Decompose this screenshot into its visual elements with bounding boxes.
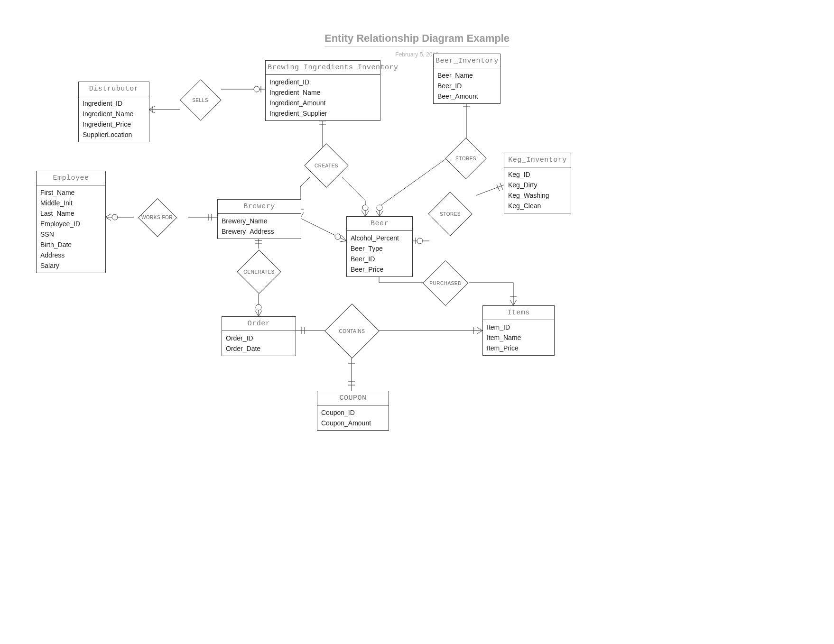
entity-attrs: Ingredient_ID Ingredient_Name Ingredient… [79, 96, 149, 142]
svg-line-16 [497, 184, 500, 191]
rel-label: SELLS [192, 98, 208, 103]
attr: Ingredient_Name [269, 87, 376, 98]
attr: Alcohol_Percent [351, 233, 408, 243]
svg-point-21 [112, 214, 118, 220]
attr: SSN [40, 229, 102, 239]
attr: Beer_ID [437, 81, 496, 91]
attr: Keg_Dirty [508, 180, 567, 190]
entity-coupon: COUPON Coupon_ID Coupon_Amount [317, 391, 389, 431]
entity-attrs: Coupon_ID Coupon_Amount [317, 405, 389, 430]
entity-order: Order Order_ID Order_Date [222, 316, 296, 356]
entity-header: Brewery [218, 200, 301, 214]
entity-header: Brewing_Ingredients_Inventory [266, 61, 380, 75]
rel-label: PURCHASED [429, 281, 461, 286]
entity-attrs: Brewery_Name Brewery_Address [218, 214, 301, 239]
entity-header: COUPON [317, 391, 389, 405]
entity-keg-inventory: Keg_Inventory Keg_ID Keg_Dirty Keg_Washi… [504, 153, 571, 213]
attr: Item_Name [487, 332, 550, 343]
svg-point-13 [377, 205, 382, 211]
attr: SupplierLocation [83, 129, 145, 140]
attr: Keg_Washing [508, 190, 567, 201]
entity-employee: Employee First_Name Middle_Init Last_Nam… [36, 171, 106, 273]
attr: Ingredient_Supplier [269, 108, 376, 119]
attr: Beer_Price [351, 264, 408, 275]
entity-header: Keg_Inventory [504, 153, 571, 167]
attr: Keg_Clean [508, 201, 567, 211]
entity-header: Beer_Inventory [434, 54, 500, 68]
svg-line-25 [300, 218, 346, 241]
attr: Last_Name [40, 208, 102, 219]
entity-header: Beer [347, 217, 412, 231]
attr: Item_ID [487, 322, 550, 332]
attr: Birth_Date [40, 239, 102, 250]
diagram-title: Entity Relationship Diagram Example [324, 32, 510, 45]
diagram-date: February 5, 2019 [395, 51, 438, 58]
entity-attrs: Order_ID Order_Date [222, 331, 296, 356]
attr: Item_Price [487, 343, 550, 353]
entity-attrs: Beer_Name Beer_ID Beer_Amount [434, 68, 500, 103]
attr: Salary [40, 260, 102, 271]
entity-brewing-ingredients: Brewing_Ingredients_Inventory Ingredient… [265, 60, 380, 121]
svg-point-26 [335, 234, 341, 239]
entity-beer: Beer Alcohol_Percent Beer_Type Beer_ID B… [346, 216, 413, 277]
svg-line-15 [500, 183, 503, 190]
svg-point-9 [362, 205, 368, 211]
attr: Ingredient_ID [269, 77, 376, 87]
attr: Beer_Type [351, 243, 408, 254]
attr: Keg_ID [508, 169, 567, 180]
title-underline [325, 46, 509, 47]
entity-brewery: Brewery Brewery_Name Brewery_Address [217, 199, 301, 239]
rel-label: CREATES [315, 163, 338, 168]
attr: First_Name [40, 187, 102, 198]
attr: Beer_Name [437, 70, 496, 81]
rel-label: CONTAINS [339, 329, 365, 334]
svg-point-3 [254, 86, 259, 92]
attr: Ingredient_ID [83, 98, 145, 109]
rel-label: STORES [455, 156, 476, 161]
attr: Brewery_Name [222, 216, 297, 226]
entity-attrs: Alcohol_Percent Beer_Type Beer_ID Beer_P… [347, 231, 412, 276]
rel-label: GENERATES [243, 269, 274, 275]
attr: Coupon_ID [321, 407, 385, 418]
entity-attrs: First_Name Middle_Init Last_Name Employe… [37, 185, 105, 273]
attr: Ingredient_Amount [269, 98, 376, 108]
entity-items: Items Item_ID Item_Name Item_Price [482, 305, 555, 356]
attr: Order_ID [226, 333, 292, 343]
attr: Beer_Amount [437, 91, 496, 101]
entity-distributor: Distrubutor Ingredient_ID Ingredient_Nam… [78, 82, 149, 142]
entity-attrs: Item_ID Item_Name Item_Price [483, 320, 554, 355]
rel-label: WORKS FOR [140, 215, 174, 220]
entity-header: Employee [37, 171, 105, 185]
rel-label: STORES [440, 212, 461, 217]
entity-attrs: Ingredient_ID Ingredient_Name Ingredient… [266, 75, 380, 120]
attr: Coupon_Amount [321, 418, 385, 428]
attr: Brewery_Address [222, 226, 297, 237]
entity-header: Distrubutor [79, 82, 149, 96]
attr: Beer_ID [351, 254, 408, 264]
entity-beer-inventory: Beer_Inventory Beer_Name Beer_ID Beer_Am… [433, 54, 500, 104]
attr: Ingredient_Name [83, 109, 145, 119]
entity-attrs: Keg_ID Keg_Dirty Keg_Washing Keg_Clean [504, 167, 571, 213]
attr: Order_Date [226, 343, 292, 354]
entity-header: Order [222, 317, 296, 331]
attr: Middle_Init [40, 198, 102, 208]
attr: Address [40, 250, 102, 260]
attr: Ingredient_Price [83, 119, 145, 129]
svg-line-14 [476, 185, 504, 195]
entity-header: Items [483, 306, 554, 320]
svg-point-18 [417, 238, 423, 244]
er-diagram-canvas: Entity Relationship Diagram Example Febr… [0, 0, 834, 644]
attr: Employee_ID [40, 219, 102, 229]
svg-point-31 [256, 304, 261, 310]
